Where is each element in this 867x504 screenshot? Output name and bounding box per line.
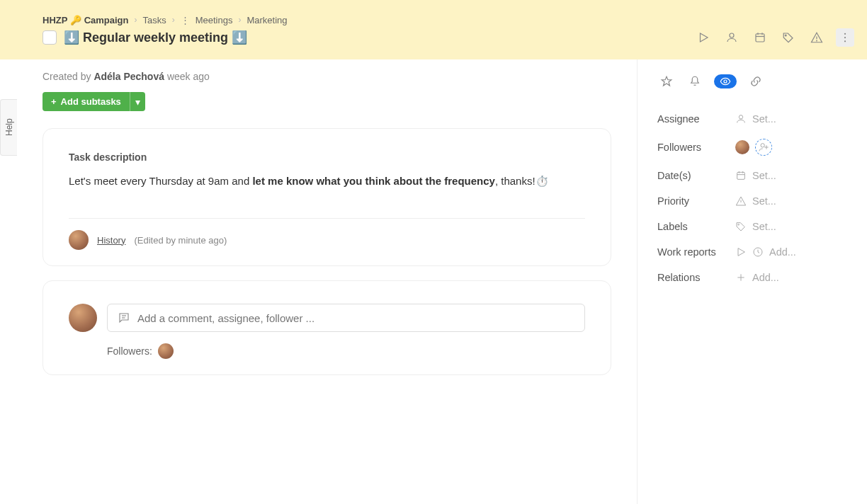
header-actions (694, 28, 854, 47)
breadcrumb-marketing[interactable]: Marketing (246, 15, 287, 25)
watch-toggle[interactable] (714, 74, 737, 88)
work-reports-label: Work reports (657, 246, 735, 258)
play-icon[interactable] (694, 28, 713, 47)
breadcrumb-project[interactable]: HHZP 🔑 Campaign (42, 15, 128, 25)
assignee-icon[interactable] (722, 28, 741, 47)
link-icon[interactable] (747, 72, 765, 91)
avatar (69, 230, 89, 250)
assignee-label: Assignee (657, 113, 735, 125)
main-panel: Created by Adéla Pechová week ago + Add … (0, 59, 638, 504)
followers-label: Followers (657, 142, 735, 153)
assignee-value: Set... (752, 113, 776, 125)
chevron-right-icon: › (238, 15, 241, 25)
calendar-icon (735, 170, 747, 181)
breadcrumb-tasks[interactable]: Tasks (142, 15, 166, 25)
sidebar-assignee[interactable]: Assignee Set... (657, 106, 847, 132)
dates-value: Set... (752, 170, 776, 181)
labels-value: Set... (752, 221, 776, 232)
task-description-heading: Task description (69, 151, 585, 163)
add-subtasks-group: + Add subtasks ▾ (42, 92, 145, 111)
add-subtasks-button[interactable]: + Add subtasks (42, 92, 130, 111)
clock-icon (752, 246, 764, 258)
comment-text-field[interactable] (137, 312, 574, 324)
priority-label: Priority (657, 195, 735, 207)
comment-card: Followers: (42, 280, 611, 375)
priority-value: Set... (752, 195, 776, 207)
calendar-icon[interactable] (751, 28, 769, 47)
created-by-line: Created by Adéla Pechová week ago (42, 71, 611, 82)
relations-label: Relations (657, 272, 735, 283)
page-title[interactable]: ⬇️ Regular weekly meeting ⬇️ (64, 30, 247, 45)
breadcrumb: HHZP 🔑 Campaign › Tasks › ⋮ Meetings › M… (42, 15, 854, 25)
edited-time: (Edited by minute ago) (134, 235, 227, 246)
sidebar-top-actions (657, 72, 847, 91)
work-reports-value: Add... (769, 246, 796, 258)
sidebar-work-reports[interactable]: Work reports Add... (657, 239, 847, 265)
dates-label: Date(s) (657, 170, 735, 181)
comment-icon (118, 311, 130, 324)
svg-point-8 (817, 40, 817, 41)
task-header: HHZP 🔑 Campaign › Tasks › ⋮ Meetings › M… (0, 0, 867, 59)
relations-value: Add... (752, 272, 779, 283)
author-name: Adéla Pechová (94, 71, 164, 82)
bell-icon[interactable] (686, 72, 704, 91)
plus-icon (735, 272, 747, 283)
more-button[interactable] (836, 28, 854, 47)
avatar (69, 304, 97, 332)
svg-point-9 (844, 33, 846, 35)
sidebar-relations[interactable]: Relations Add... (657, 265, 847, 290)
followers-row: Followers: (107, 343, 585, 359)
svg-point-6 (785, 35, 786, 36)
svg-marker-27 (738, 248, 744, 256)
history-row: History (Edited by minute ago) (69, 230, 585, 250)
warning-icon (735, 195, 747, 207)
breadcrumb-meetings[interactable]: Meetings (196, 15, 233, 25)
followers-label: Followers: (107, 345, 152, 357)
task-complete-checkbox[interactable] (42, 30, 57, 45)
follower-avatar[interactable] (735, 140, 749, 154)
comment-input[interactable] (107, 304, 585, 332)
details-sidebar: Assignee Set... Followers Date(s) Set... (638, 59, 867, 504)
sidebar-priority[interactable]: Priority Set... (657, 188, 847, 214)
follower-avatar[interactable] (158, 343, 174, 359)
svg-point-1 (730, 33, 734, 38)
svg-point-26 (738, 224, 740, 226)
divider (69, 218, 585, 219)
task-description-text[interactable]: Let's meet every Thursday at 9am and let… (69, 173, 585, 190)
svg-point-11 (844, 40, 846, 42)
svg-point-16 (724, 80, 727, 83)
add-follower-button[interactable] (755, 139, 772, 156)
history-link[interactable]: History (97, 235, 125, 246)
play-icon (735, 246, 747, 258)
labels-label: Labels (657, 221, 735, 232)
user-icon (735, 113, 747, 125)
chevron-right-icon: › (172, 15, 175, 25)
warning-icon[interactable] (808, 28, 826, 47)
caret-down-icon: ▾ (135, 96, 140, 108)
chevron-right-icon: › (134, 15, 137, 25)
star-icon[interactable] (657, 72, 676, 91)
svg-rect-2 (756, 34, 764, 42)
svg-rect-21 (737, 172, 745, 179)
tag-icon[interactable] (779, 28, 798, 47)
sidebar-labels[interactable]: Labels Set... (657, 214, 847, 239)
svg-marker-14 (662, 76, 672, 86)
add-subtasks-dropdown[interactable]: ▾ (130, 92, 145, 111)
sidebar-followers: Followers (657, 132, 847, 163)
svg-point-18 (761, 144, 764, 147)
svg-marker-0 (701, 33, 708, 42)
dots-vertical-icon[interactable]: ⋮ (181, 15, 190, 25)
svg-point-10 (844, 37, 846, 38)
description-card: Task description Let's meet every Thursd… (42, 128, 611, 266)
plus-icon: + (51, 96, 57, 107)
svg-point-17 (739, 115, 742, 119)
sidebar-dates[interactable]: Date(s) Set... (657, 163, 847, 188)
tag-icon (735, 221, 747, 232)
